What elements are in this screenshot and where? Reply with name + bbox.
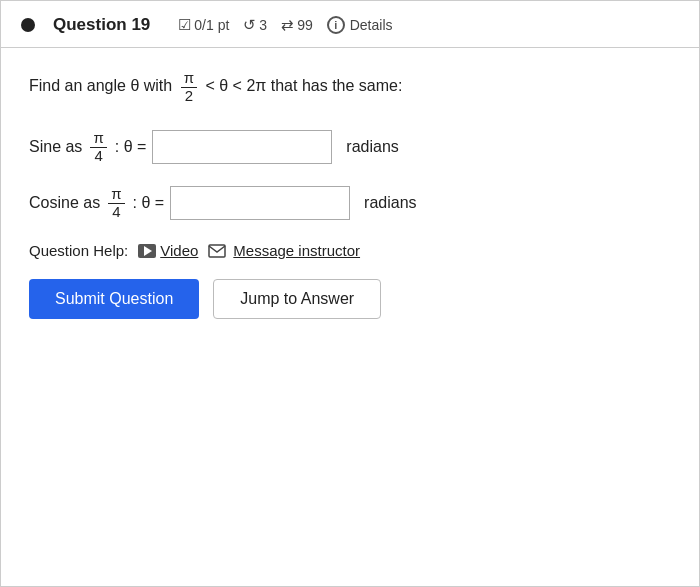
sine-label-part: Sine as π 4 : θ = [29,130,146,164]
cosine-eq: : θ = [133,194,165,212]
attempts-display: ⇄ 99 [281,16,313,34]
details-link[interactable]: i Details [327,16,393,34]
question-card: Question 19 ☑ 0/1 pt ↺ 3 ⇄ 99 i Details … [0,0,700,587]
mail-icon [208,244,226,258]
message-link[interactable]: Message instructor [208,242,360,259]
buttons-row: Submit Question Jump to Answer [29,279,671,319]
question-body: Find an angle θ with π 2 < θ < 2π that h… [1,48,699,337]
header-meta: ☑ 0/1 pt ↺ 3 ⇄ 99 i Details [178,16,392,34]
message-label: Message instructor [233,242,360,259]
cosine-input[interactable] [170,186,350,220]
sine-label: Sine as [29,138,82,156]
fraction-pi-2-num: π [181,70,197,88]
condition-text: < θ < 2π that has the same: [205,77,402,94]
sine-row: Sine as π 4 : θ = radians [29,130,671,164]
submit-button[interactable]: Submit Question [29,279,199,319]
video-icon [138,244,156,258]
question-dot [21,18,35,32]
sine-input[interactable] [152,130,332,164]
sine-fraction-num: π [90,130,106,148]
fraction-pi-4-sine: π 4 [90,130,106,164]
sine-eq: : θ = [115,138,147,156]
fraction-pi-2-den: 2 [182,88,196,105]
score-display: ☑ 0/1 pt [178,16,229,34]
question-header: Question 19 ☑ 0/1 pt ↺ 3 ⇄ 99 i Details [1,1,699,48]
svg-rect-0 [209,245,225,257]
cosine-label: Cosine as [29,194,100,212]
sine-fraction-den: 4 [91,148,105,165]
sync-icon: ⇄ [281,16,294,34]
intro-text: Find an angle θ with [29,77,172,94]
fraction-pi-4-cosine: π 4 [108,186,124,220]
attempts-count: 99 [297,17,313,33]
info-icon: i [327,16,345,34]
retry-display: ↺ 3 [243,16,267,34]
score-value: 0/1 pt [194,17,229,33]
cosine-row: Cosine as π 4 : θ = radians [29,186,671,220]
cosine-fraction-num: π [108,186,124,204]
retry-icon: ↺ [243,16,256,34]
cosine-fraction-den: 4 [109,204,123,221]
help-label: Question Help: [29,242,128,259]
retry-count: 3 [259,17,267,33]
cosine-label-part: Cosine as π 4 : θ = [29,186,164,220]
video-link[interactable]: Video [138,242,198,259]
cosine-unit: radians [364,194,416,212]
question-help: Question Help: Video Message instructor [29,242,671,259]
problem-text: Find an angle θ with π 2 < θ < 2π that h… [29,70,671,104]
details-label: Details [350,17,393,33]
sine-unit: radians [346,138,398,156]
fraction-pi-2: π 2 [181,70,197,104]
pi-over-2-fraction: π 2 [177,77,206,94]
checkbox-icon: ☑ [178,16,191,34]
question-title: Question 19 [53,15,150,35]
jump-button[interactable]: Jump to Answer [213,279,381,319]
play-triangle [144,246,152,256]
video-label: Video [160,242,198,259]
